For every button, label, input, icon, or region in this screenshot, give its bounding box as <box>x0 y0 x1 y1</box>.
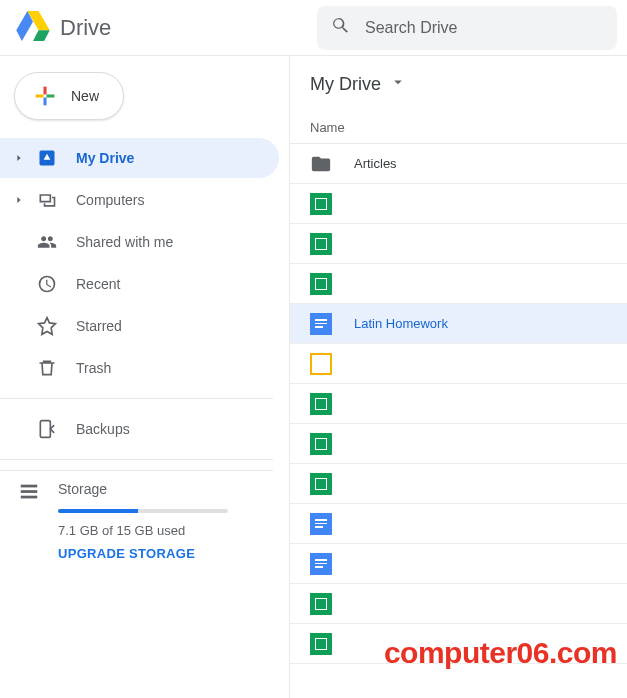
file-row[interactable] <box>290 344 627 384</box>
sidebar-item-backups[interactable]: Backups <box>0 409 279 449</box>
search-bar[interactable]: Search Drive <box>317 6 617 50</box>
nav-icon <box>36 231 58 253</box>
file-row[interactable] <box>290 544 627 584</box>
chevron-right-icon <box>10 153 28 163</box>
file-row[interactable]: Articles <box>290 144 627 184</box>
storage-icon <box>18 481 40 503</box>
divider <box>0 398 273 399</box>
sidebar-item-my-drive[interactable]: My Drive <box>0 138 279 178</box>
watermark: computer06.com <box>384 636 617 670</box>
nav-icon <box>36 357 58 379</box>
file-row[interactable] <box>290 464 627 504</box>
slides-icon <box>310 353 332 375</box>
storage-used-text: 7.1 GB of 15 GB used <box>58 523 228 538</box>
sidebar-item-recent[interactable]: Recent <box>0 264 279 304</box>
sheets-icon <box>310 633 332 655</box>
docs-icon <box>310 513 332 535</box>
nav-icon <box>36 147 58 169</box>
dropdown-caret-icon <box>389 73 407 96</box>
main-pane: My Drive Name ArticlesLatin Homework com… <box>290 56 627 698</box>
sheets-icon <box>310 473 332 495</box>
search-placeholder: Search Drive <box>365 19 457 37</box>
svg-rect-1 <box>21 485 38 488</box>
nav-icon <box>36 315 58 337</box>
new-button[interactable]: New <box>14 72 124 120</box>
sidebar-item-trash[interactable]: Trash <box>0 348 279 388</box>
svg-rect-0 <box>40 421 50 438</box>
divider <box>0 470 273 471</box>
nav-icon <box>36 189 58 211</box>
folder-icon <box>310 153 332 175</box>
file-row[interactable] <box>290 424 627 464</box>
sidebar-item-shared-with-me[interactable]: Shared with me <box>0 222 279 262</box>
search-icon <box>331 16 365 39</box>
sheets-icon <box>310 593 332 615</box>
storage-bar <box>58 509 228 513</box>
sidebar-item-label: Trash <box>76 360 111 376</box>
sidebar-item-label: Shared with me <box>76 234 173 250</box>
logo[interactable]: Drive <box>16 11 111 44</box>
app-title: Drive <box>60 15 111 41</box>
column-header-name[interactable]: Name <box>290 112 627 144</box>
file-name: Articles <box>354 156 397 171</box>
file-row[interactable]: Latin Homework <box>290 304 627 344</box>
file-row[interactable] <box>290 224 627 264</box>
sidebar-item-label: My Drive <box>76 150 134 166</box>
docs-icon <box>310 313 332 335</box>
svg-rect-3 <box>21 496 38 499</box>
file-row[interactable] <box>290 584 627 624</box>
storage-bar-fill <box>58 509 138 513</box>
file-list: ArticlesLatin Homework <box>290 144 627 664</box>
storage-label: Storage <box>58 481 228 497</box>
svg-rect-2 <box>21 490 38 493</box>
file-name: Latin Homework <box>354 316 448 331</box>
file-row[interactable] <box>290 264 627 304</box>
sidebar-item-label: Backups <box>76 421 130 437</box>
sheets-icon <box>310 193 332 215</box>
sidebar-item-label: Computers <box>76 192 144 208</box>
upgrade-storage-link[interactable]: UPGRADE STORAGE <box>58 546 228 561</box>
file-row[interactable] <box>290 504 627 544</box>
sidebar-item-label: Recent <box>76 276 120 292</box>
new-button-label: New <box>71 88 99 104</box>
header: Drive Search Drive <box>0 0 627 56</box>
sheets-icon <box>310 393 332 415</box>
sheets-icon <box>310 433 332 455</box>
nav-icon <box>36 273 58 295</box>
chevron-right-icon <box>10 195 28 205</box>
sheets-icon <box>310 273 332 295</box>
drive-logo-icon <box>16 11 50 44</box>
sidebar-item-starred[interactable]: Starred <box>0 306 279 346</box>
sidebar-item-computers[interactable]: Computers <box>0 180 279 220</box>
divider <box>0 459 273 460</box>
plus-icon <box>31 82 59 110</box>
file-row[interactable] <box>290 184 627 224</box>
nav-icon <box>36 418 58 440</box>
breadcrumb-label: My Drive <box>310 74 381 95</box>
docs-icon <box>310 553 332 575</box>
file-row[interactable] <box>290 384 627 424</box>
sheets-icon <box>310 233 332 255</box>
breadcrumb-my-drive[interactable]: My Drive <box>290 56 627 112</box>
sidebar-item-label: Starred <box>76 318 122 334</box>
sidebar: New My DriveComputersShared with meRecen… <box>0 56 290 698</box>
